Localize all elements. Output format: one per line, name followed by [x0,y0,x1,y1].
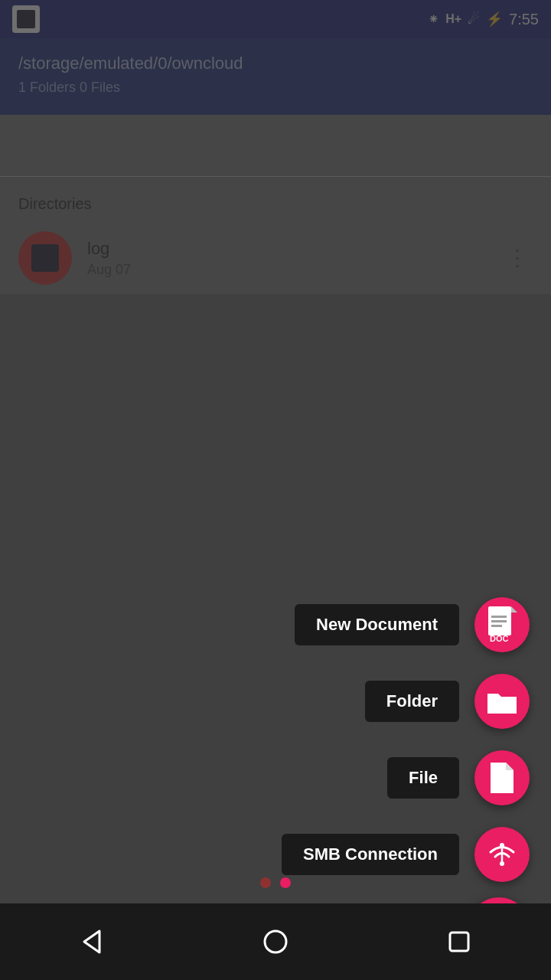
fab-menu: New Document DOC Folder File [0,597,551,903]
svg-marker-7 [506,763,514,770]
new-document-button[interactable]: DOC [474,597,530,652]
dot-2 [280,877,291,888]
folder-icon [486,688,518,715]
svg-rect-4 [491,625,502,627]
svg-rect-14 [450,933,468,951]
svg-marker-12 [84,931,99,952]
home-icon [262,928,289,956]
fab-row-file: File [387,750,551,805]
recents-icon [445,928,473,956]
fab-row-new-document: New Document DOC [295,597,551,652]
fab-row-folder: Folder [365,674,551,729]
home-button[interactable] [245,911,306,972]
smb-icon [485,838,519,871]
smb-label[interactable]: SMB Connection [282,834,459,875]
svg-rect-6 [487,697,517,714]
back-icon [78,928,106,956]
svg-point-8 [500,843,504,848]
smb-button[interactable] [474,827,530,882]
svg-text:DOC: DOC [490,634,509,643]
svg-rect-2 [491,616,507,618]
doc-icon: DOC [487,606,517,643]
back-button[interactable] [61,911,122,972]
navigation-bar [0,903,551,980]
file-label[interactable]: File [387,757,459,799]
svg-rect-3 [491,620,507,622]
fab-row-smb: SMB Connection [282,827,551,882]
svg-marker-1 [511,606,517,612]
file-button[interactable] [474,750,530,805]
recents-button[interactable] [429,911,490,972]
folder-button[interactable] [474,674,530,729]
dot-1 [260,877,271,888]
page-indicators [260,877,291,888]
svg-point-13 [265,931,286,952]
new-document-label[interactable]: New Document [295,604,459,645]
folder-label[interactable]: Folder [365,681,459,722]
file-icon [489,761,515,795]
